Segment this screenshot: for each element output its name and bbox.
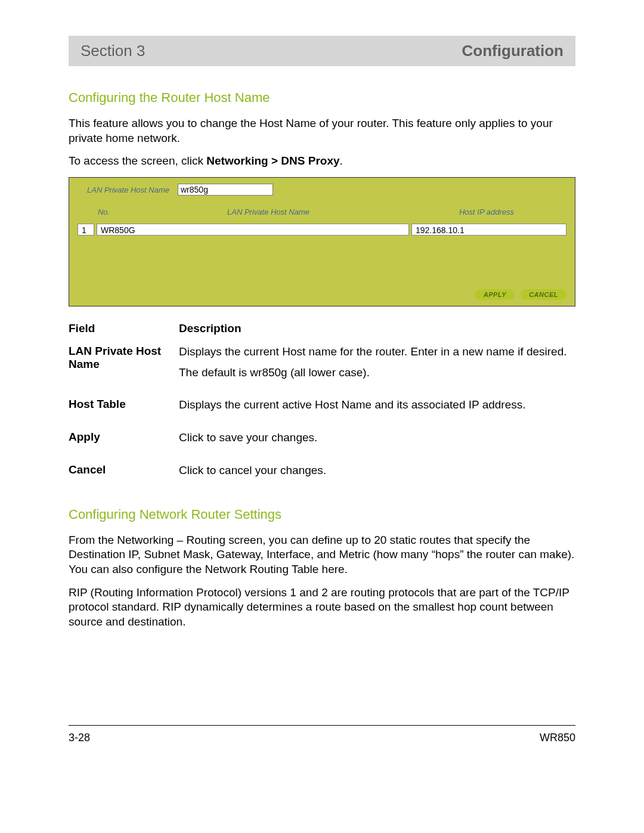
fd-row: Host Table Displays the current active H… bbox=[69, 392, 575, 425]
apply-button[interactable]: APPLY bbox=[475, 289, 515, 300]
row-host: WR850G bbox=[97, 224, 409, 236]
section2-p2: RIP (Routing Information Protocol) versi… bbox=[69, 586, 575, 630]
fd-desc: Displays the current active Host Name an… bbox=[179, 392, 575, 425]
fd-desc-line: Click to cancel your changes. bbox=[179, 463, 575, 478]
page-footer: 3-28 WR850 bbox=[69, 725, 575, 744]
access-prefix: To access the screen, click bbox=[69, 154, 206, 167]
col-ip: Host IP address bbox=[409, 208, 564, 216]
fd-header-desc: Description bbox=[179, 320, 575, 339]
cancel-button[interactable]: CANCEL bbox=[521, 289, 566, 300]
section-label: Section 3 bbox=[80, 42, 145, 60]
fd-desc-line: The default is wr850g (all lower case). bbox=[179, 366, 575, 380]
row-no: 1 bbox=[78, 224, 94, 236]
section1-title: Configuring the Router Host Name bbox=[69, 90, 575, 106]
fd-row: LAN Private Host Name Displays the curre… bbox=[69, 339, 575, 392]
footer-model: WR850 bbox=[540, 732, 575, 744]
hostname-row: LAN Private Host Name bbox=[78, 184, 566, 196]
col-host: LAN Private Host Name bbox=[128, 208, 409, 216]
router-panel: LAN Private Host Name No. LAN Private Ho… bbox=[69, 177, 575, 306]
fd-desc-line: Displays the current Host name for the r… bbox=[179, 345, 575, 360]
row-ip: 192.168.10.1 bbox=[411, 224, 566, 236]
field-description-table: Field Description LAN Private Host Name … bbox=[69, 320, 575, 490]
fd-row: Cancel Click to cancel your changes. bbox=[69, 457, 575, 490]
fd-header-field: Field bbox=[69, 320, 179, 339]
col-no: No. bbox=[80, 208, 128, 216]
page-title: Configuration bbox=[462, 42, 564, 60]
section1-intro: This feature allows you to change the Ho… bbox=[69, 116, 575, 145]
fd-field: Host Table bbox=[69, 392, 179, 425]
fd-row: Apply Click to save your changes. bbox=[69, 425, 575, 457]
hostname-label: LAN Private Host Name bbox=[78, 185, 173, 194]
section2-title: Configuring Network Router Settings bbox=[69, 507, 575, 522]
host-table-headers: No. LAN Private Host Name Host IP addres… bbox=[78, 208, 566, 216]
panel-buttons: APPLY CANCEL bbox=[78, 289, 566, 300]
fd-header-row: Field Description bbox=[69, 320, 575, 339]
table-row: 1 WR850G 192.168.10.1 bbox=[78, 224, 566, 236]
page-header: Section 3 Configuration bbox=[69, 36, 575, 66]
fd-desc: Click to cancel your changes. bbox=[179, 457, 575, 490]
access-path: Networking > DNS Proxy bbox=[206, 154, 339, 167]
fd-field: Cancel bbox=[69, 457, 179, 490]
section1-access: To access the screen, click Networking >… bbox=[69, 154, 575, 169]
fd-desc: Click to save your changes. bbox=[179, 425, 575, 457]
fd-desc-line: Displays the current active Host Name an… bbox=[179, 398, 575, 413]
access-suffix: . bbox=[340, 154, 343, 167]
fd-desc-line: Click to save your changes. bbox=[179, 431, 575, 445]
fd-field: LAN Private Host Name bbox=[69, 339, 179, 392]
section2-p1: From the Networking – Routing screen, yo… bbox=[69, 533, 575, 577]
fd-desc: Displays the current Host name for the r… bbox=[179, 339, 575, 392]
footer-page-num: 3-28 bbox=[69, 732, 90, 744]
fd-field: Apply bbox=[69, 425, 179, 457]
hostname-input[interactable] bbox=[178, 184, 273, 196]
